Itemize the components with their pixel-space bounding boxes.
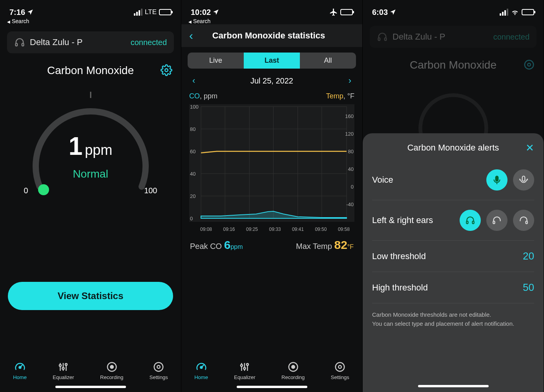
x-axis-labels: 09:0809:1609:2509:3309:4109:5009:58 [189, 225, 354, 232]
gauge-value: 1 [69, 132, 83, 160]
voice-tone-button[interactable] [513, 169, 534, 191]
co-temp-chart[interactable]: 100 80 60 40 20 0 160 120 80 40 0 -40 [189, 104, 354, 222]
segment-all[interactable]: All [300, 53, 356, 69]
svg-rect-47 [522, 176, 525, 181]
mic-icon [492, 175, 502, 185]
svg-point-39 [338, 365, 341, 368]
svg-rect-50 [466, 221, 468, 224]
nav-home[interactable]: Home [194, 361, 208, 380]
co-axis-label: CO [189, 92, 200, 100]
device-name: Delta Zulu - P [30, 37, 126, 47]
headset-icon [14, 37, 25, 48]
co-series [201, 211, 347, 218]
device-state: connected [131, 38, 167, 47]
bottom-nav: Home Equalizer Recording Settings [0, 357, 181, 383]
back-to-search[interactable]: Search [0, 18, 181, 24]
svg-point-44 [525, 60, 534, 69]
gear-icon [161, 64, 172, 76]
svg-point-9 [59, 365, 61, 367]
low-threshold-row: Low threshold 20 [372, 241, 534, 272]
peak-co: Peak CO 6ppm [190, 238, 243, 252]
svg-point-15 [154, 363, 163, 372]
svg-rect-0 [16, 43, 18, 46]
co-gauge: 1ppm Normal 0 100 [0, 85, 181, 202]
svg-rect-53 [526, 221, 527, 224]
back-to-search[interactable]: Search [181, 18, 362, 24]
sheet-footer: Carbon Monoxide thresholds are not edita… [372, 310, 534, 328]
ears-label: Left & right ears [372, 215, 433, 225]
ears-both-button[interactable] [460, 210, 481, 231]
home-indicator[interactable] [418, 385, 489, 387]
nav-recording[interactable]: Recording [100, 361, 123, 380]
home-indicator[interactable] [55, 386, 126, 388]
date-next[interactable]: › [349, 76, 351, 86]
alerts-sheet: Carbon Monoxide alerts ✕ Voice Left & ri… [363, 133, 544, 392]
location-icon [212, 9, 219, 16]
high-threshold-label: High threshold [372, 283, 428, 293]
svg-point-10 [62, 367, 64, 369]
temp-series [201, 151, 347, 153]
page-title: Carbon Monoxide [410, 59, 497, 71]
segment-live[interactable]: Live [188, 53, 244, 69]
headset-right-icon [518, 215, 529, 225]
nav-home[interactable]: Home [13, 361, 27, 380]
page-title: Carbon Monoxide statistics [197, 31, 356, 41]
close-button[interactable]: ✕ [526, 142, 534, 154]
voice-label: Voice [372, 175, 393, 185]
device-bar[interactable]: Delta Zulu - P connected [7, 31, 174, 53]
battery-icon [159, 9, 172, 15]
location-icon [27, 9, 34, 16]
network-label: LTE [145, 8, 157, 16]
gauge-icon [195, 361, 207, 373]
battery-icon [522, 9, 534, 15]
sheet-title: Carbon Monoxide alerts [407, 143, 499, 153]
status-bar: 7:16 LTE [0, 0, 181, 19]
record-icon [287, 361, 299, 373]
svg-point-35 [244, 367, 246, 369]
nav-header: ‹ Carbon Monoxide statistics [181, 24, 362, 47]
mic-wave-icon [518, 175, 529, 185]
svg-rect-42 [385, 38, 387, 40]
ears-left-button[interactable] [486, 210, 507, 231]
clock: 10:02 [191, 8, 211, 17]
svg-point-13 [110, 365, 113, 368]
location-icon [389, 9, 396, 16]
screen-home: 7:16 LTE Search Delta Zulu - P connected… [0, 0, 181, 392]
nav-recording[interactable]: Recording [281, 361, 305, 380]
svg-point-11 [65, 363, 67, 365]
nav-settings[interactable]: Settings [331, 361, 349, 380]
nav-settings[interactable]: Settings [150, 361, 168, 380]
headset-both-icon [465, 215, 475, 225]
settings-gear-button [523, 59, 535, 72]
device-bar: Delta Zulu - P connected [370, 26, 537, 48]
svg-point-34 [241, 365, 243, 367]
back-button[interactable]: ‹ [185, 29, 197, 42]
nav-equalizer[interactable]: Equalizer [53, 361, 74, 380]
temp-axis-label: Temp [326, 92, 343, 100]
high-threshold-row: High threshold 50 [372, 272, 534, 303]
nav-equalizer[interactable]: Equalizer [234, 361, 255, 380]
svg-point-36 [246, 363, 248, 365]
svg-point-14 [157, 365, 160, 368]
screen-alerts: 6:03 Delta Zulu - P connected Carbon Mon… [363, 0, 544, 392]
device-name: Delta Zulu - P [392, 32, 489, 42]
home-indicator[interactable] [237, 386, 307, 388]
date-label: Jul 25, 2022 [250, 76, 293, 85]
ears-right-button[interactable] [513, 210, 534, 231]
voice-mic-button[interactable] [486, 169, 507, 191]
sliders-icon [57, 361, 69, 373]
max-temp: Max Temp 82°F [296, 238, 354, 252]
settings-gear-button[interactable] [161, 64, 172, 78]
device-state: connected [493, 33, 529, 42]
voice-row: Voice [372, 160, 534, 200]
view-statistics-button[interactable]: View Statistics [8, 282, 173, 310]
high-threshold-value: 50 [523, 281, 534, 294]
segment-last[interactable]: Last [244, 53, 300, 69]
gauge-status: Normal [20, 168, 161, 180]
svg-rect-51 [472, 221, 474, 224]
low-threshold-value: 20 [523, 250, 534, 262]
screen-statistics: 10:02 Search ‹ Carbon Monoxide statistic… [181, 0, 363, 392]
svg-point-2 [165, 69, 168, 72]
date-picker: ‹ Jul 25, 2022 › [181, 69, 362, 88]
date-prev[interactable]: ‹ [192, 76, 195, 86]
